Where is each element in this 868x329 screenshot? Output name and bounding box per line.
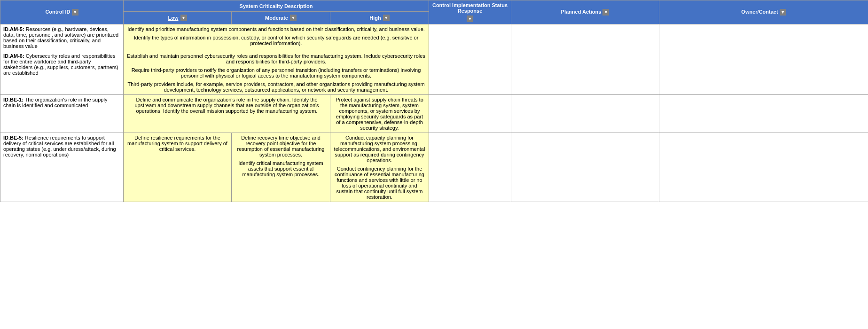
be1-low-moderate-cell: Define and communicate the organization'… xyxy=(124,95,330,133)
control-id-header[interactable]: Control ID ▼ xyxy=(0,0,124,24)
moderate-header[interactable]: Moderate ▼ xyxy=(232,12,330,24)
control-id-dropdown-icon[interactable]: ▼ xyxy=(72,9,78,16)
owner-contact-header[interactable]: Owner/Contact ▼ xyxy=(659,0,868,24)
main-table: Control ID ▼ System Criticality Descript… xyxy=(0,0,868,202)
status-dropdown-icon[interactable]: ▼ xyxy=(467,16,473,22)
high-dropdown-icon[interactable]: ▼ xyxy=(383,15,390,21)
be5-moderate-cell: Define recovery time objective and recov… xyxy=(232,133,330,202)
header-row-top: Control ID ▼ System Criticality Descript… xyxy=(0,0,868,12)
am6-planned-cell xyxy=(511,51,659,95)
control-id-cell-am5: ID.AM-5: Resources (e.g., hardware, devi… xyxy=(0,24,124,51)
be1-high-cell: Protect against supply chain threats to … xyxy=(330,95,429,133)
control-id-cell-be5: ID.BE-5: Resilience requirements to supp… xyxy=(0,133,124,202)
control-id-cell-be1: ID.BE-1: The organization's role in the … xyxy=(0,95,124,133)
planned-dropdown-icon[interactable]: ▼ xyxy=(602,9,609,16)
be5-planned-cell xyxy=(511,133,659,202)
be1-planned-cell xyxy=(511,95,659,133)
am6-owner-cell xyxy=(659,51,868,95)
be5-high-cell: Conduct capacity planning for manufactur… xyxy=(330,133,429,202)
am5-owner-cell xyxy=(659,24,868,51)
am6-merged-cell: Establish and maintain personnel cyberse… xyxy=(124,51,429,95)
status-header[interactable]: Control Implementation Status Response ▼ xyxy=(429,0,511,24)
table-row: ID.AM-6: Cybersecurity roles and respons… xyxy=(0,51,868,95)
be1-owner-cell xyxy=(659,95,868,133)
am5-merged-cell: Identify and prioritize manufacturing sy… xyxy=(124,24,429,51)
main-table-container: Control ID ▼ System Criticality Descript… xyxy=(0,0,868,202)
be1-status-cell xyxy=(429,95,511,133)
low-dropdown-icon[interactable]: ▼ xyxy=(180,15,187,21)
table-row: ID.BE-5: Resilience requirements to supp… xyxy=(0,133,868,202)
owner-dropdown-icon[interactable]: ▼ xyxy=(780,9,786,16)
high-header[interactable]: High ▼ xyxy=(330,12,429,24)
am5-status-cell xyxy=(429,24,511,51)
am6-status-cell xyxy=(429,51,511,95)
table-row: ID.BE-1: The organization's role in the … xyxy=(0,95,868,133)
planned-actions-header[interactable]: Planned Actions ▼ xyxy=(511,0,659,24)
be5-owner-cell xyxy=(659,133,868,202)
am5-planned-cell xyxy=(511,24,659,51)
system-criticality-header: System Criticality Description xyxy=(124,0,429,12)
be5-low-cell: Define resilience requirements for the m… xyxy=(124,133,232,202)
table-row: ID.AM-5: Resources (e.g., hardware, devi… xyxy=(0,24,868,51)
control-id-cell-am6: ID.AM-6: Cybersecurity roles and respons… xyxy=(0,51,124,95)
be5-status-cell xyxy=(429,133,511,202)
moderate-dropdown-icon[interactable]: ▼ xyxy=(290,15,297,21)
low-header[interactable]: Low ▼ xyxy=(124,12,232,24)
